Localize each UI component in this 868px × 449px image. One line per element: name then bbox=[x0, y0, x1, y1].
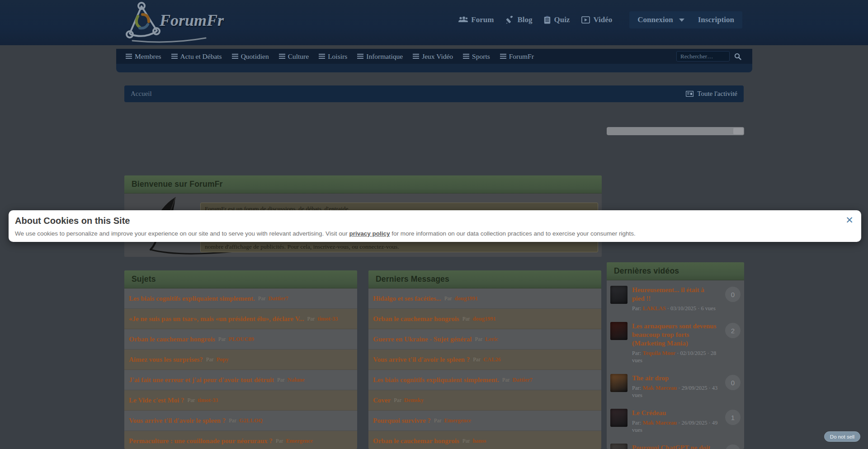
topic-author-link[interactable]: Popy bbox=[216, 356, 228, 363]
video-by-label: Par: bbox=[632, 350, 641, 356]
privacy-policy-link[interactable]: privacy policy bbox=[349, 230, 390, 237]
video-title-link[interactable]: Pourquoi ChatGPT ne doit pas être votre … bbox=[632, 444, 718, 449]
topic-title-link[interactable]: Orban le cauchemar hongrois bbox=[373, 315, 459, 323]
menubar-item-forumfr[interactable]: ForumFr bbox=[495, 49, 539, 64]
video-info: Pourquoi ChatGPT ne doit pas être votre … bbox=[632, 444, 718, 449]
topic-row: Le Vide c'est Moi ?Partimot-33 bbox=[124, 390, 357, 411]
cookie-banner-title: About Cookies on this Site bbox=[15, 216, 843, 226]
video-title-link[interactable]: Le Crédeau bbox=[632, 409, 718, 417]
sidebar-placeholder-bar[interactable] bbox=[607, 127, 744, 135]
video-author-link[interactable]: LAKLAS bbox=[642, 305, 665, 312]
menubar-item-membres[interactable]: Membres bbox=[121, 49, 166, 64]
menubar-item-loisirs[interactable]: Loisirs bbox=[314, 49, 352, 64]
search-icon[interactable] bbox=[734, 53, 741, 60]
menubar-item-informatique[interactable]: Informatique bbox=[352, 49, 408, 64]
search-input[interactable] bbox=[676, 51, 730, 61]
topic-author-link[interactable]: Demsky bbox=[404, 397, 424, 404]
video-author-link[interactable]: Mak Marceau bbox=[642, 420, 677, 426]
topic-title-link[interactable]: «Je ne suis pas un tsar», mais «un prési… bbox=[129, 315, 304, 323]
topic-by-label: Par bbox=[394, 397, 401, 404]
menubar-item-culture[interactable]: Culture bbox=[274, 49, 314, 64]
topic-author-link[interactable]: timot-33 bbox=[198, 397, 218, 404]
topic-author-link[interactable]: Nalune bbox=[288, 377, 305, 383]
hamburger-icon bbox=[413, 54, 419, 59]
topic-by-label: Par bbox=[206, 356, 214, 363]
cookie-close-icon[interactable]: ✕ bbox=[844, 215, 855, 226]
placeholder-toggle[interactable] bbox=[733, 128, 743, 134]
top-nav-label: Inscription bbox=[698, 15, 734, 24]
topic-title-link[interactable]: Permaculture : une couillonade pour néor… bbox=[129, 437, 273, 445]
top-nav-connexion[interactable]: Connexion bbox=[637, 15, 684, 24]
menubar-item-sports[interactable]: Sports bbox=[458, 49, 495, 64]
topic-row: Guerre en Ukraine - Sujet généralParLeri… bbox=[368, 329, 601, 350]
do-not-sell-button[interactable]: Do not sell bbox=[824, 431, 860, 442]
video-thumbnail[interactable] bbox=[610, 286, 627, 304]
forumfr-logo[interactable]: ForumFr bbox=[124, 1, 224, 43]
topic-title-link[interactable]: Aimez vous les surprises? bbox=[129, 356, 203, 364]
all-activity-link[interactable]: Toute l'activité bbox=[686, 90, 737, 98]
top-nav-label: Vidéo bbox=[593, 15, 612, 24]
top-nav-quiz[interactable]: Quiz bbox=[544, 15, 570, 24]
topic-by-label: Par bbox=[434, 417, 442, 424]
messages-panel: Derniers Messages Hidalgo et ses facétie… bbox=[368, 270, 601, 449]
topic-title-link[interactable]: J'ai fait une erreur et j'ai peur d'avoi… bbox=[129, 376, 274, 384]
chevron-down-icon bbox=[679, 19, 684, 22]
topic-row: «Je ne suis pas un tsar», mais «un prési… bbox=[124, 309, 357, 329]
menubar-item-actuetdebats[interactable]: Actu et Débats bbox=[166, 49, 227, 64]
top-nav-blog[interactable]: Blog bbox=[505, 15, 532, 24]
video-info: Le CrédeauPar: Mak Marceau · 26/09/2025 … bbox=[632, 409, 718, 434]
welcome-bottom-text: nombre d'affichage de publicités. Pour c… bbox=[205, 243, 399, 250]
video-title-link[interactable]: Heureusement... il était à pied !! bbox=[632, 286, 718, 303]
breadcrumb-home-link[interactable]: Accueil bbox=[131, 90, 152, 98]
logo-wordmark: ForumFr bbox=[160, 11, 224, 30]
menubar-item-label: Culture bbox=[288, 52, 309, 61]
hamburger-icon bbox=[232, 54, 238, 59]
video-author-link[interactable]: Mak Marceau bbox=[642, 385, 677, 391]
video-thumbnail[interactable] bbox=[610, 322, 627, 340]
video-meta: Par: Tequila Moor · 02/10/2025 · 28 vues bbox=[632, 350, 718, 364]
menubar-item-jeuxvideo[interactable]: Jeux Vidéo bbox=[408, 49, 458, 64]
top-nav-video[interactable]: Vidéo bbox=[581, 15, 612, 24]
topics-panel-title: Sujets bbox=[132, 274, 156, 284]
topic-title-link[interactable]: Cover bbox=[373, 397, 391, 404]
topic-author-link[interactable]: G2LLOQ bbox=[239, 417, 263, 424]
video-title-link[interactable]: Les arnaqueurs sont devenus beaucoup tro… bbox=[632, 322, 718, 348]
topic-title-link[interactable]: Les biais cognitifs expliquaient simplem… bbox=[129, 295, 255, 302]
top-nav-forum[interactable]: Forum bbox=[458, 15, 494, 24]
video-thumbnail[interactable] bbox=[610, 444, 627, 449]
topic-author-link[interactable]: Emergence bbox=[444, 417, 471, 424]
topic-title-link[interactable]: Vous arrive t'il d'avoir le spleen ? bbox=[129, 417, 226, 425]
topics-panel-header: Sujets bbox=[124, 270, 357, 288]
topic-author-link[interactable]: Emergence bbox=[286, 438, 313, 444]
video-item: Heureusement... il était à pied !!Par: L… bbox=[607, 280, 744, 317]
topic-author-link[interactable]: Dattier7 bbox=[268, 295, 288, 302]
topic-title-link[interactable]: Orban le cauchemar hongrois bbox=[129, 336, 215, 343]
topic-by-label: Par bbox=[444, 295, 452, 302]
video-item: Pourquoi ChatGPT ne doit pas être votre … bbox=[607, 438, 744, 449]
topic-title-link[interactable]: Le Vide c'est Moi ? bbox=[129, 397, 184, 404]
topic-title-link[interactable]: Les biais cognitifs expliquaient simplem… bbox=[373, 376, 499, 384]
hamburger-icon bbox=[126, 54, 132, 59]
topic-title-link[interactable]: Hidalgo et ses facéties... bbox=[373, 295, 441, 302]
topic-title-link[interactable]: Vous arrive t'il d'avoir le spleen ? bbox=[373, 356, 470, 364]
topic-author-link[interactable]: timot-33 bbox=[317, 316, 338, 322]
topic-author-link[interactable]: CAL26 bbox=[483, 356, 501, 363]
topic-title-link[interactable]: Pourquoi survivre ? bbox=[373, 417, 431, 425]
topic-author-link[interactable]: doug1991 bbox=[454, 295, 477, 302]
topic-title-link[interactable]: Guerre en Ukraine - Sujet général bbox=[373, 336, 472, 343]
menubar-item-quotidien[interactable]: Quotidien bbox=[227, 49, 274, 64]
video-thumbnail[interactable] bbox=[610, 409, 627, 427]
topic-title-link[interactable]: Orban le cauchemar hongrois bbox=[373, 437, 459, 445]
topic-author-link[interactable]: Leric bbox=[485, 336, 498, 343]
auth-box: ConnexionInscription bbox=[629, 11, 742, 28]
top-nav-inscription[interactable]: Inscription bbox=[698, 15, 734, 24]
video-thumbnail[interactable] bbox=[610, 374, 627, 392]
topic-author-link[interactable]: doug1991 bbox=[472, 316, 495, 322]
topic-author-link[interactable]: PLOUC89 bbox=[228, 336, 254, 343]
topic-author-link[interactable]: Dattier7 bbox=[512, 377, 532, 383]
video-author-link[interactable]: Tequila Moor bbox=[642, 350, 675, 356]
video-title-link[interactable]: The air drop bbox=[632, 374, 718, 383]
topic-row: Permaculture : une couillonade pour néor… bbox=[124, 431, 357, 449]
hamburger-icon bbox=[171, 54, 178, 59]
topic-author-link[interactable]: hanss bbox=[472, 438, 486, 444]
